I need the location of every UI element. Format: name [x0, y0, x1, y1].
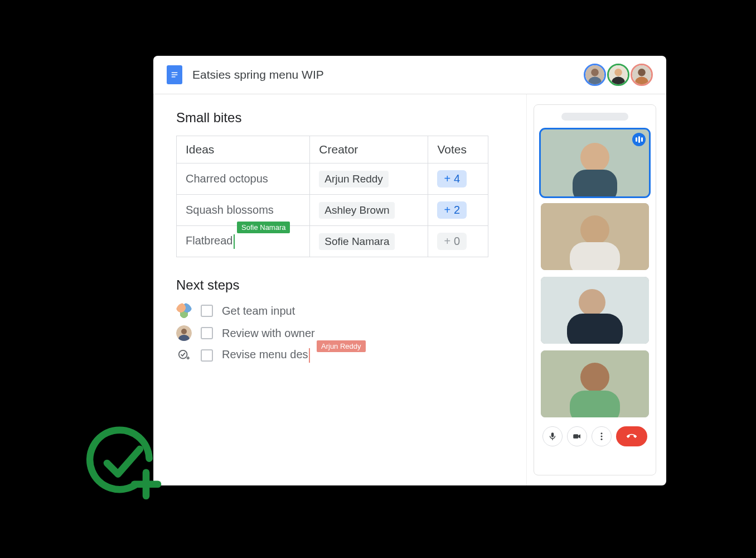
task-row: Get team input — [176, 303, 504, 319]
svg-point-25 — [579, 289, 605, 316]
ideas-table: Ideas Creator Votes Charred octopus Arju… — [176, 136, 488, 257]
creator-cell[interactable]: Ashley Brown — [310, 195, 428, 226]
collaborator-avatar[interactable] — [607, 64, 629, 86]
svg-point-33 — [601, 436, 603, 437]
svg-point-34 — [601, 439, 603, 440]
mic-button[interactable] — [542, 426, 563, 446]
tasks-check-plus-icon — [84, 424, 162, 502]
task-text[interactable]: Get team input — [222, 305, 295, 318]
video-tile[interactable] — [541, 350, 649, 417]
task-list: Get team input Review with owner Revise — [176, 303, 504, 363]
task-checkbox[interactable] — [201, 327, 213, 339]
collab-cursor-caret — [234, 234, 235, 249]
svg-point-28 — [580, 363, 609, 392]
video-tile[interactable] — [541, 277, 649, 344]
table-row: Squash blossoms Ashley Brown +2 — [177, 195, 488, 226]
doc-title[interactable]: Eatsies spring menu WIP — [192, 68, 574, 81]
svg-rect-20 — [573, 170, 617, 196]
idea-cell[interactable]: Flatbread Sofie Namara — [177, 226, 310, 257]
vote-chip[interactable]: +0 — [437, 233, 467, 250]
collab-cursor-caret — [309, 348, 310, 363]
svg-rect-30 — [552, 439, 553, 440]
svg-rect-0 — [172, 73, 178, 74]
col-creator: Creator — [310, 136, 428, 163]
svg-point-32 — [601, 432, 603, 434]
svg-rect-23 — [570, 242, 620, 270]
svg-point-19 — [580, 143, 609, 172]
col-ideas: Ideas — [177, 136, 310, 163]
task-text[interactable]: Review with owner — [222, 327, 315, 340]
task-row: Revise menu des Arjun Reddy — [176, 348, 504, 363]
video-tile[interactable] — [541, 203, 649, 270]
task-checkbox[interactable] — [201, 305, 213, 317]
votes-cell[interactable]: +4 — [428, 163, 488, 195]
vote-chip[interactable]: +2 — [437, 201, 467, 219]
svg-point-4 — [591, 69, 599, 76]
svg-point-7 — [614, 69, 622, 76]
docs-window: Eatsies spring menu WIP Small bites Idea… — [153, 56, 666, 485]
video-tile[interactable] — [541, 129, 649, 196]
creator-cell[interactable]: Sofie Namara — [310, 226, 428, 257]
meet-sidebar — [534, 104, 656, 475]
creator-chip[interactable]: Arjun Reddy — [319, 171, 389, 187]
svg-point-13 — [181, 329, 187, 334]
assignee-multi-icon[interactable] — [176, 303, 192, 319]
speaking-indicator-icon — [632, 133, 646, 146]
svg-point-15 — [179, 350, 187, 359]
table-row: Charred octopus Arjun Reddy +4 — [177, 163, 488, 195]
assignee-avatar-icon[interactable] — [176, 325, 192, 341]
col-votes: Votes — [428, 136, 488, 163]
camera-button[interactable] — [567, 426, 587, 446]
votes-cell[interactable]: +0 — [428, 226, 488, 257]
svg-rect-29 — [570, 391, 620, 417]
svg-rect-31 — [573, 434, 578, 439]
hangup-button[interactable] — [616, 426, 647, 446]
svg-point-10 — [638, 69, 646, 76]
task-checkbox[interactable] — [201, 349, 213, 362]
doc-header: Eatsies spring menu WIP — [153, 56, 666, 94]
document-canvas[interactable]: Small bites Ideas Creator Votes Charred … — [153, 94, 527, 485]
section-heading-next-steps: Next steps — [176, 277, 504, 293]
table-row: Flatbread Sofie Namara Sofie Namara +0 — [177, 226, 488, 257]
creator-cell[interactable]: Arjun Reddy — [310, 163, 428, 195]
task-text[interactable]: Revise menu des Arjun Reddy — [222, 348, 310, 363]
assign-task-plus-icon[interactable] — [176, 348, 192, 363]
task-row: Review with owner — [176, 325, 504, 341]
svg-rect-26 — [567, 314, 623, 344]
collab-cursor-label: Sofie Namara — [237, 222, 290, 233]
google-docs-icon — [167, 65, 182, 84]
collab-cursor-label: Arjun Reddy — [317, 340, 366, 352]
collaborator-avatars — [584, 64, 653, 86]
idea-cell[interactable]: Charred octopus — [177, 163, 310, 195]
more-options-button[interactable] — [592, 426, 612, 446]
creator-chip[interactable]: Ashley Brown — [319, 202, 395, 219]
svg-rect-1 — [172, 74, 178, 75]
meet-controls — [541, 426, 649, 446]
collaborator-avatar[interactable] — [584, 64, 606, 86]
svg-rect-2 — [172, 76, 176, 78]
collaborator-avatar[interactable] — [631, 64, 653, 86]
meet-title-placeholder — [561, 113, 628, 121]
creator-chip[interactable]: Sofie Namara — [319, 233, 395, 250]
section-heading-small-bites: Small bites — [176, 110, 504, 126]
svg-point-22 — [580, 215, 609, 244]
votes-cell[interactable]: +2 — [428, 195, 488, 226]
vote-chip[interactable]: +4 — [437, 170, 467, 187]
